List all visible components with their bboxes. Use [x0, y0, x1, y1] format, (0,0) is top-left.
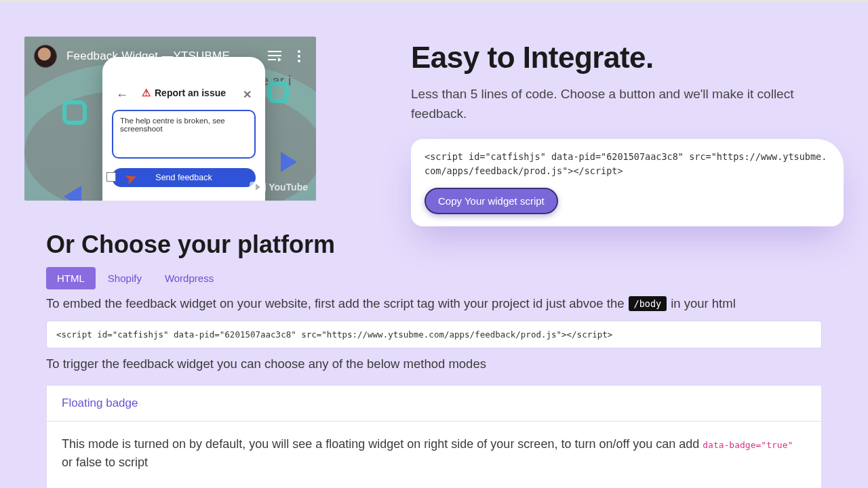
platform-heading: Or Choose your platform — [46, 230, 822, 259]
accordion-body: This mode is turned on by default, you w… — [47, 422, 821, 488]
back-arrow-icon: ← — [116, 88, 128, 102]
copy-script-button[interactable]: Copy Your widget script — [425, 188, 558, 214]
hero-title: Easy to Integrate. — [411, 41, 844, 75]
platform-section: Or Choose your platform HTML Shopify Wor… — [0, 226, 868, 488]
svg-rect-0 — [268, 51, 281, 52]
modes-accordion: Floating badge This mode is turned on by… — [46, 385, 822, 488]
tab-shopify[interactable]: Shopify — [97, 267, 153, 289]
more-icon[interactable] — [292, 49, 307, 64]
embed-text-pre: To embed the feedback widget on your web… — [46, 296, 625, 311]
accordion-floating-badge: Floating badge This mode is turned on by… — [46, 385, 822, 488]
youtube-embed[interactable]: Fre ar i ← ⚠ Report an issue ✕ The help … — [24, 37, 316, 201]
trigger-instruction: To trigger the feedback widget you can c… — [46, 357, 822, 371]
accordion-body-post: or false to script — [62, 455, 148, 469]
embed-instruction: To embed the feedback widget on your web… — [46, 296, 822, 311]
hero-row: Fre ar i ← ⚠ Report an issue ✕ The help … — [0, 3, 868, 226]
accordion-header[interactable]: Floating badge — [47, 386, 821, 422]
svg-rect-1 — [268, 55, 281, 56]
youtube-play-icon — [250, 182, 266, 192]
svg-marker-3 — [278, 58, 281, 62]
phone-heading: Report an issue — [155, 87, 226, 98]
platform-tabs: HTML Shopify Wordpress — [46, 267, 822, 289]
warning-icon: ⚠ — [142, 87, 151, 99]
svg-point-6 — [298, 60, 300, 62]
body-tag-badge: /body — [629, 296, 667, 311]
decorative-triangle — [281, 152, 297, 172]
decorative-square — [62, 100, 87, 125]
accordion-body-pre: This mode is turned on by default, you w… — [62, 437, 703, 451]
page-root: Fre ar i ← ⚠ Report an issue ✕ The help … — [0, 3, 868, 488]
svg-rect-2 — [268, 59, 276, 60]
code-snippet[interactable]: <script id="catfishjs" data-pid="6201507… — [425, 150, 830, 178]
youtube-logo[interactable]: YouTube — [250, 182, 308, 192]
playlist-icon[interactable] — [267, 49, 282, 64]
decorative-triangle — [64, 186, 81, 201]
phone-textarea: The help centre is broken, see screensho… — [112, 110, 256, 159]
svg-point-5 — [298, 55, 300, 58]
decorative-square — [267, 81, 289, 103]
tab-wordpress[interactable]: Wordpress — [154, 267, 224, 289]
hero-subtitle: Less than 5 lines of code. Choose a butt… — [411, 84, 804, 124]
embed-text-post: in your html — [671, 296, 736, 311]
tab-html[interactable]: HTML — [46, 267, 96, 289]
channel-avatar[interactable] — [34, 45, 57, 68]
phone-header: ← ⚠ Report an issue ✕ — [112, 87, 256, 99]
hero-copy: Easy to Integrate. Less than 5 lines of … — [411, 37, 844, 226]
youtube-label: YouTube — [269, 182, 308, 192]
inline-code: data-badge="true" — [703, 440, 793, 450]
close-icon: ✕ — [243, 88, 252, 101]
code-card: <script id="catfishjs" data-pid="6201507… — [411, 139, 844, 226]
video-title[interactable]: Feedback Widget —YTSUBME — [66, 49, 258, 63]
embed-snippet[interactable]: <script id="catfishjs" data-pid="6201507… — [46, 321, 822, 348]
svg-point-4 — [298, 50, 300, 53]
